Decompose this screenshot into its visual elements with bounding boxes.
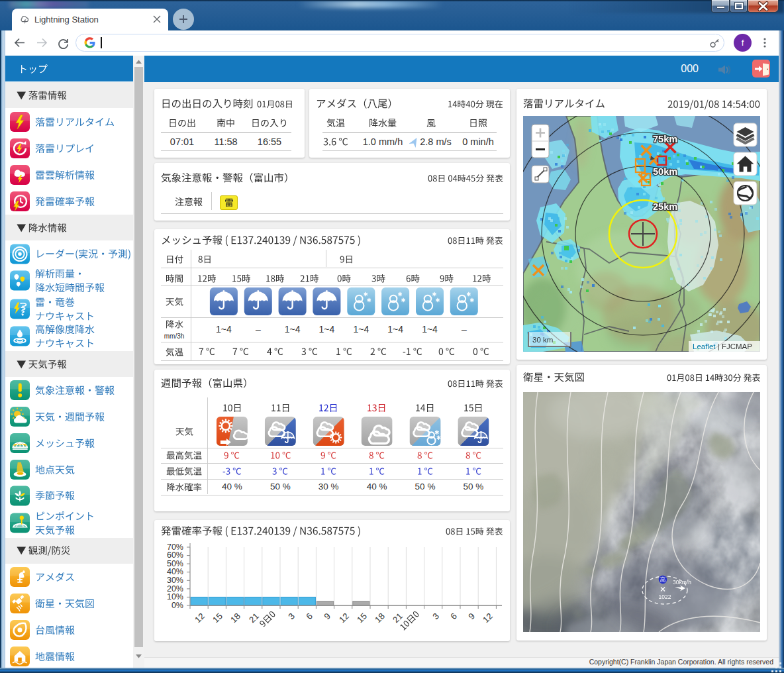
svg-text:Leaflet | FJCMAP: Leaflet | FJCMAP bbox=[693, 342, 752, 350]
svg-text:50km: 50km bbox=[653, 166, 677, 177]
svg-text:1022: 1022 bbox=[659, 594, 671, 600]
svg-text:75km: 75km bbox=[653, 134, 677, 144]
svg-text:30km/h: 30km/h bbox=[673, 579, 691, 586]
svg-text:25km: 25km bbox=[653, 201, 677, 212]
svg-text:30 km: 30 km bbox=[532, 336, 553, 344]
